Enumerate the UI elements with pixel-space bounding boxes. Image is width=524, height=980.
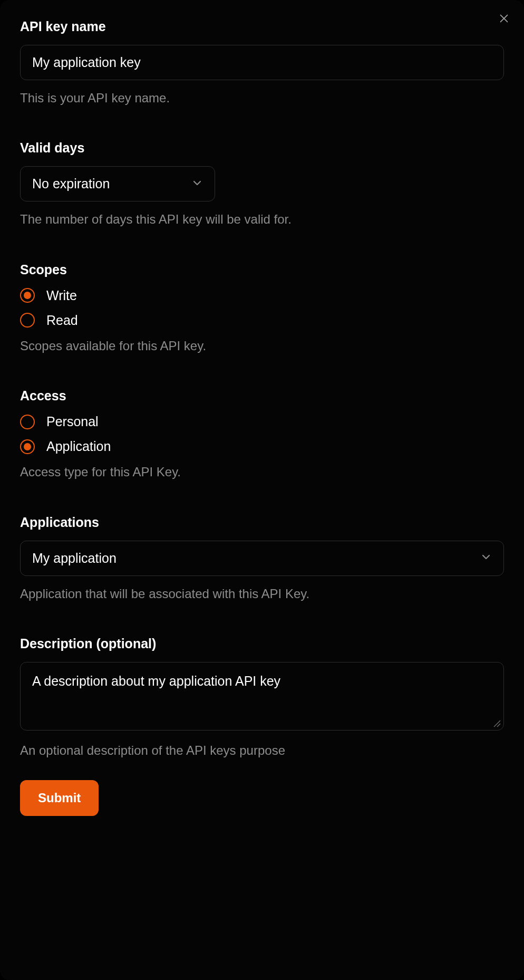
api-key-name-help: This is your API key name.	[20, 90, 504, 107]
radio-icon	[20, 313, 35, 328]
access-field: Access Personal Application Access type …	[20, 388, 504, 481]
applications-select[interactable]: My application	[20, 541, 504, 576]
description-help: An optional description of the API keys …	[20, 742, 504, 759]
applications-help: Application that will be associated with…	[20, 585, 504, 602]
radio-icon	[20, 288, 35, 303]
scope-write-label: Write	[46, 288, 77, 303]
scope-write-radio[interactable]: Write	[20, 288, 504, 303]
scope-read-label: Read	[46, 313, 78, 328]
description-field: Description (optional) An optional descr…	[20, 636, 504, 759]
api-key-name-input[interactable]	[20, 45, 504, 80]
access-personal-label: Personal	[46, 414, 99, 429]
close-icon	[498, 13, 510, 26]
scopes-field: Scopes Write Read Scopes available for t…	[20, 262, 504, 354]
radio-icon	[20, 439, 35, 454]
scopes-radio-group: Write Read	[20, 288, 504, 328]
applications-label: Applications	[20, 515, 504, 530]
description-label: Description (optional)	[20, 636, 504, 651]
valid-days-value: No expiration	[32, 176, 110, 191]
valid-days-label: Valid days	[20, 140, 504, 156]
scope-read-radio[interactable]: Read	[20, 313, 504, 328]
access-help: Access type for this API Key.	[20, 464, 504, 481]
description-textarea[interactable]	[20, 662, 504, 731]
applications-value: My application	[32, 551, 117, 566]
access-personal-radio[interactable]: Personal	[20, 414, 504, 429]
valid-days-field: Valid days No expiration The number of d…	[20, 140, 504, 228]
radio-icon	[20, 415, 35, 429]
applications-field: Applications My application Application …	[20, 515, 504, 602]
api-key-name-label: API key name	[20, 19, 504, 34]
api-key-modal: API key name This is your API key name. …	[0, 0, 524, 980]
scopes-help: Scopes available for this API key.	[20, 338, 504, 354]
access-application-radio[interactable]: Application	[20, 439, 504, 454]
valid-days-help: The number of days this API key will be …	[20, 211, 504, 228]
api-key-name-field: API key name This is your API key name.	[20, 19, 504, 107]
close-button[interactable]	[496, 11, 512, 27]
access-radio-group: Personal Application	[20, 414, 504, 454]
submit-button[interactable]: Submit	[20, 780, 99, 816]
access-application-label: Application	[46, 439, 111, 454]
access-label: Access	[20, 388, 504, 403]
scopes-label: Scopes	[20, 262, 504, 277]
valid-days-select[interactable]: No expiration	[20, 166, 215, 201]
